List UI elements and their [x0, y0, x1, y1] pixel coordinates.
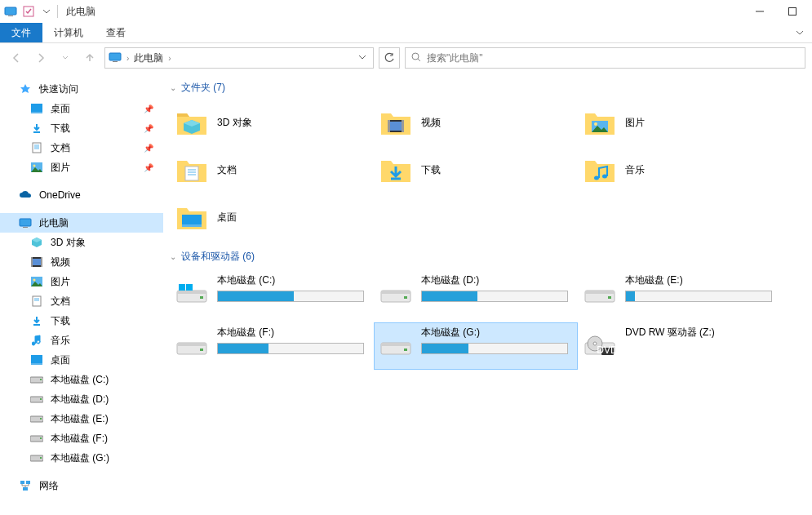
sidebar-item-downloads[interactable]: 下载 📌: [0, 118, 163, 138]
drive-g[interactable]: 本地磁盘 (G:): [374, 322, 578, 370]
drive-c[interactable]: 本地磁盘 (C:): [170, 270, 374, 317]
folder-icon: [175, 105, 209, 140]
folders-grid: 3D 对象 视频 图片 文档 下载 音乐: [170, 101, 805, 238]
address-icon: [109, 51, 122, 65]
sidebar-item-desktop2[interactable]: 桌面: [0, 350, 163, 370]
svg-rect-30: [31, 355, 42, 363]
dvd-icon: DVD: [583, 329, 617, 363]
navigation-pane[interactable]: 快速访问 桌面 📌 下载 📌 文档 📌 图片 📌 OneDrive: [0, 73, 163, 515]
qat-dropdown-icon[interactable]: [39, 4, 54, 19]
sidebar-item-network[interactable]: 网络: [0, 476, 163, 495]
usage-bar: [421, 343, 568, 354]
svg-rect-43: [26, 481, 30, 484]
sidebar-item-onedrive[interactable]: OneDrive: [0, 185, 163, 205]
sidebar-item-this-pc[interactable]: 此电脑: [0, 213, 163, 233]
drive-f[interactable]: 本地磁盘 (F:): [170, 322, 374, 370]
window-title: 此电脑: [66, 5, 95, 19]
disk-icon: [29, 392, 44, 406]
drive-e[interactable]: 本地磁盘 (E:): [578, 270, 782, 317]
separator: [57, 5, 58, 18]
tab-view[interactable]: 查看: [95, 23, 137, 42]
svg-line-8: [418, 59, 420, 61]
usage-bar: [421, 291, 568, 302]
properties-icon[interactable]: [21, 4, 36, 19]
svg-rect-9: [31, 104, 42, 112]
folder-videos[interactable]: 视频: [374, 101, 578, 144]
svg-rect-12: [33, 143, 41, 153]
folder-icon: [175, 153, 209, 187]
pictures-icon: [29, 160, 44, 175]
breadcrumb[interactable]: 此电脑: [134, 51, 163, 65]
svg-rect-47: [388, 120, 390, 132]
svg-rect-1: [8, 16, 13, 16]
search-icon: [410, 51, 422, 65]
folder-icon: [379, 153, 413, 187]
cube-icon: [29, 235, 44, 250]
folder-downloads[interactable]: 下载: [374, 149, 578, 191]
svg-rect-67: [381, 291, 410, 294]
sidebar-item-music[interactable]: 音乐: [0, 331, 163, 350]
sidebar-item-disk-f[interactable]: 本地磁盘 (F:): [0, 428, 163, 448]
chevron-right-icon[interactable]: ›: [168, 54, 171, 63]
documents-icon: [29, 294, 44, 309]
folder-music[interactable]: 音乐: [578, 149, 782, 191]
minimize-button[interactable]: [743, 0, 776, 23]
folder-pictures[interactable]: 图片: [578, 101, 782, 144]
main-pane[interactable]: ⌄ 文件夹 (7) 3D 对象 视频 图片 文档 下载: [163, 73, 812, 515]
group-header-folders[interactable]: ⌄ 文件夹 (7): [170, 81, 805, 95]
svg-rect-37: [40, 418, 42, 420]
svg-rect-26: [33, 296, 41, 306]
svg-rect-23: [41, 257, 42, 267]
address-dropdown-icon[interactable]: [355, 52, 370, 64]
sidebar-item-disk-e[interactable]: 本地磁盘 (E:): [0, 409, 163, 428]
search-input[interactable]: [427, 52, 800, 64]
sidebar-item-disk-c[interactable]: 本地磁盘 (C:): [0, 370, 163, 389]
svg-rect-74: [200, 349, 203, 351]
search-box[interactable]: [405, 47, 805, 69]
tab-computer[interactable]: 计算机: [42, 23, 95, 42]
svg-rect-19: [23, 227, 28, 228]
folder-desktop[interactable]: 桌面: [170, 196, 374, 238]
sidebar-item-documents[interactable]: 文档 📌: [0, 138, 163, 158]
sidebar-item-videos[interactable]: 视频: [0, 252, 163, 272]
svg-rect-33: [40, 379, 42, 380]
sidebar-item-disk-g[interactable]: 本地磁盘 (G:): [0, 448, 163, 468]
drive-dvd[interactable]: DVD DVD RW 驱动器 (Z:): [578, 322, 782, 370]
chevron-right-icon[interactable]: ›: [126, 54, 129, 63]
desktop-icon: [29, 353, 44, 367]
back-button[interactable]: [7, 48, 26, 68]
maximize-button[interactable]: [776, 0, 809, 23]
pin-icon: 📌: [144, 144, 153, 153]
title-bar: 此电脑: [0, 0, 812, 23]
svg-point-25: [33, 279, 36, 282]
ribbon-expand-icon[interactable]: [788, 23, 812, 42]
desktop-icon: [29, 101, 44, 116]
sidebar-item-quick-access[interactable]: 快速访问: [0, 79, 163, 99]
sidebar-item-disk-d[interactable]: 本地磁盘 (D:): [0, 389, 163, 409]
refresh-button[interactable]: [379, 47, 400, 69]
group-header-drives[interactable]: ⌄ 设备和驱动器 (6): [170, 250, 805, 264]
sidebar-item-documents2[interactable]: 文档: [0, 291, 163, 311]
drive-d[interactable]: 本地磁盘 (D:): [374, 270, 578, 317]
folder-3d-objects[interactable]: 3D 对象: [170, 101, 374, 144]
address-bar[interactable]: › 此电脑 ›: [104, 47, 374, 69]
forward-button[interactable]: [31, 48, 51, 68]
sidebar-item-desktop[interactable]: 桌面 📌: [0, 99, 163, 118]
sidebar-item-downloads2[interactable]: 下载: [0, 311, 163, 331]
folder-documents[interactable]: 文档: [170, 149, 374, 191]
sidebar-item-pictures[interactable]: 图片 📌: [0, 158, 163, 177]
svg-rect-73: [177, 343, 206, 346]
usage-bar: [625, 291, 772, 302]
up-button[interactable]: [80, 48, 100, 68]
sidebar-item-pictures2[interactable]: 图片: [0, 272, 163, 291]
svg-rect-68: [404, 296, 407, 299]
music-icon: [29, 333, 44, 348]
svg-rect-51: [185, 166, 198, 180]
recent-dropdown-icon[interactable]: [55, 48, 75, 68]
pictures-icon: [29, 274, 44, 289]
sidebar-item-3d-objects[interactable]: 3D 对象: [0, 233, 163, 252]
disk-icon: [175, 277, 209, 311]
disk-icon: [29, 411, 44, 426]
tab-file[interactable]: 文件: [0, 23, 42, 42]
svg-rect-77: [404, 349, 407, 351]
